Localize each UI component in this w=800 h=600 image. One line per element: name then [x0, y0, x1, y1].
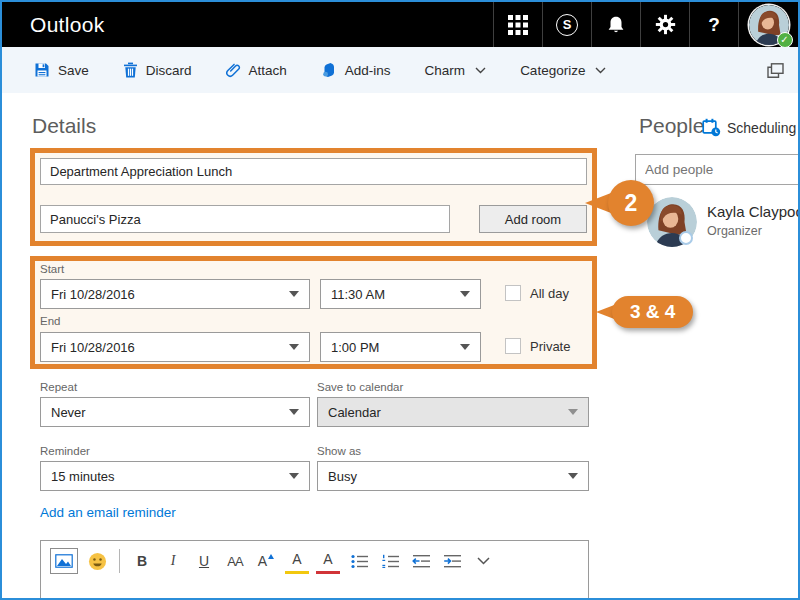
start-label: Start — [40, 263, 64, 275]
end-date-value: Fri 10/28/2016 — [51, 340, 289, 355]
formatting-toolbar: B I U AA A A A — [41, 541, 588, 574]
outlook-event-window: Outlook S — [0, 0, 800, 600]
font-button[interactable]: AA — [223, 548, 247, 574]
start-time-value: 11:30 AM — [331, 287, 460, 302]
dropdown-caret-icon — [568, 409, 578, 415]
italic-glyph: I — [171, 553, 176, 569]
highlight-color-button[interactable]: A — [285, 548, 309, 574]
outdent-icon — [412, 554, 431, 569]
reminder-dropdown[interactable]: 15 minutes — [40, 461, 310, 491]
trash-icon — [123, 62, 138, 78]
app-launcher-button[interactable] — [493, 2, 542, 47]
indent-icon — [443, 554, 462, 569]
skype-letter: S — [563, 17, 572, 32]
end-date-dropdown[interactable]: Fri 10/28/2016 — [40, 332, 310, 362]
dropdown-caret-icon — [289, 344, 299, 350]
underline-button[interactable]: U — [192, 548, 216, 574]
open-in-new-window-button[interactable] — [767, 63, 784, 78]
add-room-button[interactable]: Add room — [479, 205, 587, 233]
callout-2-text: 2 — [625, 190, 638, 217]
private-label: Private — [530, 339, 570, 354]
numbered-list-icon — [382, 554, 399, 569]
attendee-avatar — [647, 197, 697, 247]
underline-glyph: U — [199, 553, 209, 569]
start-time-dropdown[interactable]: 11:30 AM — [320, 279, 481, 309]
popout-window-icon — [767, 63, 784, 78]
skype-icon: S — [556, 14, 578, 36]
attendee-name: Kayla Claypool — [707, 203, 800, 220]
dropdown-caret-icon — [289, 409, 299, 415]
event-body-editor[interactable]: B I U AA A A A — [40, 540, 589, 600]
paperclip-icon — [226, 62, 241, 79]
reminder-label: Reminder — [40, 445, 90, 457]
scheduling-label: Scheduling — [727, 120, 796, 136]
gear-icon — [655, 14, 676, 35]
bold-button[interactable]: B — [130, 548, 154, 574]
chevron-down-icon — [595, 67, 606, 74]
save-icon — [34, 62, 50, 78]
increase-indent-button[interactable] — [440, 548, 464, 574]
size-caret-icon — [268, 554, 274, 559]
callout-3-4-text: 3 & 4 — [630, 301, 675, 323]
add-email-reminder-link[interactable]: Add an email reminder — [40, 505, 176, 520]
skype-button[interactable]: S — [542, 2, 591, 47]
dropdown-caret-icon — [568, 473, 578, 479]
font-size-glyph: A — [258, 553, 267, 569]
emoji-smiley-icon — [88, 552, 107, 571]
save-to-calendar-value: Calendar — [328, 405, 568, 420]
dropdown-caret-icon — [289, 291, 299, 297]
categorize-menu-button[interactable]: Categorize — [520, 63, 606, 78]
font-color-glyph: A — [323, 552, 332, 567]
save-label: Save — [58, 63, 89, 78]
account-menu-button[interactable]: ✓ — [738, 2, 798, 47]
addins-button[interactable]: Add-ins — [321, 62, 391, 78]
numbered-list-button[interactable] — [378, 548, 402, 574]
attach-button[interactable]: Attach — [226, 62, 287, 79]
font-color-button[interactable]: A — [316, 548, 340, 574]
top-app-bar: Outlook S — [2, 2, 798, 47]
bullet-list-button[interactable] — [347, 548, 371, 574]
save-to-calendar-dropdown: Calendar — [317, 397, 589, 427]
save-button[interactable]: Save — [34, 62, 89, 78]
add-people-input[interactable] — [635, 154, 800, 185]
repeat-dropdown[interactable]: Never — [40, 397, 310, 427]
start-date-dropdown[interactable]: Fri 10/28/2016 — [40, 279, 310, 309]
settings-button[interactable] — [640, 2, 689, 47]
presence-indicator-icon — [679, 231, 693, 245]
private-checkbox[interactable] — [505, 338, 521, 354]
app-launcher-grid-icon — [507, 14, 529, 36]
end-time-dropdown[interactable]: 1:00 PM — [320, 332, 481, 362]
discard-label: Discard — [146, 63, 192, 78]
scheduling-calendar-icon — [702, 118, 721, 137]
start-date-value: Fri 10/28/2016 — [51, 287, 289, 302]
insert-image-button[interactable] — [50, 548, 78, 574]
italic-button[interactable]: I — [161, 548, 185, 574]
presence-available-icon: ✓ — [777, 32, 793, 48]
topbar-spacer — [104, 2, 493, 47]
show-as-dropdown[interactable]: Busy — [317, 461, 589, 491]
help-button[interactable]: ? — [689, 2, 738, 47]
scheduling-assistant-button[interactable]: Scheduling — [702, 118, 796, 137]
dropdown-caret-icon — [460, 291, 470, 297]
decrease-indent-button[interactable] — [409, 548, 433, 574]
callout-badge-2: 2 — [608, 180, 654, 226]
show-as-label: Show as — [317, 445, 361, 457]
attendee-role: Organizer — [707, 224, 762, 238]
all-day-checkbox[interactable] — [505, 285, 521, 301]
charm-menu-button[interactable]: Charm — [425, 63, 487, 78]
app-title: Outlook — [2, 2, 104, 47]
user-avatar: ✓ — [749, 5, 789, 45]
event-location-input[interactable] — [40, 205, 450, 233]
font-glyph: AA — [227, 554, 242, 569]
people-heading: People — [639, 114, 704, 138]
bullet-list-icon — [351, 554, 368, 569]
notifications-button[interactable] — [591, 2, 640, 47]
event-title-input[interactable] — [40, 158, 587, 185]
callout-badge-3-4: 3 & 4 — [612, 296, 693, 328]
discard-button[interactable]: Discard — [123, 62, 192, 78]
font-size-button[interactable]: A — [254, 548, 278, 574]
addins-label: Add-ins — [345, 63, 391, 78]
attach-label: Attach — [249, 63, 287, 78]
more-formatting-button[interactable] — [471, 548, 495, 574]
insert-emoji-button[interactable] — [85, 548, 109, 574]
